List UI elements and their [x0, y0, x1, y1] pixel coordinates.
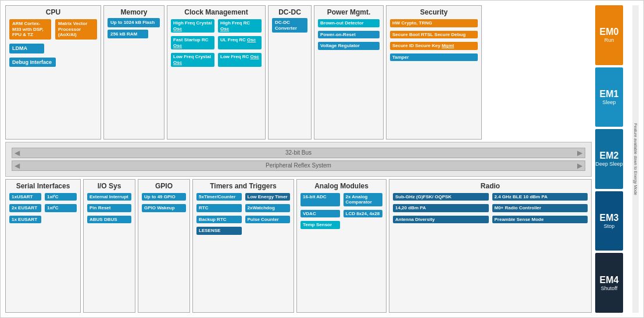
io-chip-1: Pin Reset	[87, 204, 131, 212]
timer-chip-0: 5xTimer/Counter	[196, 193, 242, 201]
gpio-title: GPIO	[141, 182, 187, 190]
analog-chip-1: 2x Analog Comparator	[344, 193, 383, 206]
energy-modes: EM0 Run EM1 Sleep EM2 Deep Sleep EM3 Sto…	[595, 5, 631, 313]
em0-label: Run	[604, 37, 614, 43]
timer-chip-5: Pulse Counter	[245, 216, 291, 224]
dcdc-title: DC-DC	[271, 8, 309, 16]
security-title: Security	[389, 8, 479, 16]
em1-id: EM1	[600, 89, 619, 99]
analog-chip-0: 16-bit ADC	[300, 193, 340, 206]
em1-label: Sleep	[602, 99, 616, 105]
radio-chip-3: M0+ Radio Controller	[492, 204, 588, 212]
bus-area: 32-bit Bus Peripheral Reflex System	[5, 142, 592, 177]
analog-block: Analog Modules 16-bit ADC 2x Analog Comp…	[296, 179, 387, 313]
cpu-block: CPU ARM Cortex-M33 with DSP, FPU & TZ Ma…	[5, 5, 101, 140]
memory-title: Memory	[106, 8, 162, 16]
em3-block: EM3 Stop	[595, 191, 623, 251]
io-chip-0: External Interrupt	[87, 193, 131, 201]
power-block: Power Mgmt. Brown-out Detector Power-on-…	[314, 5, 384, 140]
clock-chip-2: Fast Startup RC Osc	[171, 36, 214, 49]
main-container: CPU ARM Cortex-M33 with DSP, FPU & TZ Ma…	[0, 0, 644, 318]
em0-block: EM0 Run	[595, 5, 623, 65]
matrix-chip: Matrix Vector Processor (AoX/AI)	[55, 19, 97, 40]
gpio-block: GPIO Up to 49 GPIO GPIO Wakeup	[138, 179, 190, 313]
clock-chip-1: High Freq RC Osc	[218, 19, 262, 33]
em3-label: Stop	[604, 223, 615, 229]
timer-title: Timers and Triggers	[195, 182, 291, 190]
debug-chip: Debug Interface	[9, 58, 56, 67]
serial-chip-1: 1xI²C	[45, 193, 77, 201]
em4-id: EM4	[600, 275, 619, 285]
serial-chip-4: 1x EUSART	[9, 216, 41, 224]
clock-block: Clock Management High Freq Crystal Osc H…	[167, 5, 266, 140]
em1-block: EM1 Sleep	[595, 67, 623, 127]
io-block: I/O Sys External Interrupt Pin Reset ABU…	[83, 179, 135, 313]
timer-chip-1: Low Energy Timer	[245, 193, 291, 201]
em2-label: Deep Sleep	[595, 161, 622, 167]
flash-chip: Up to 1024 kB Flash	[108, 18, 160, 27]
radio-chip-0: Sub-GHz (G)FSK/ OQPSK	[393, 193, 489, 201]
clock-chip-4: Low Freq Crystal Osc	[171, 53, 214, 66]
security-chip-3: Tamper	[390, 53, 478, 62]
cpu-title: CPU	[8, 8, 98, 16]
bus-reflex: Peripheral Reflex System	[12, 160, 585, 171]
diagram-area: CPU ARM Cortex-M33 with DSP, FPU & TZ Ma…	[5, 5, 592, 313]
power-chip-0: Brown-out Detector	[318, 19, 380, 27]
analog-chip-3: LCD 8x24, 4x28	[344, 210, 383, 218]
radio-chip-4: Antenna Diversity	[393, 216, 489, 224]
clock-chip-5: Low Freq RC Osc	[218, 53, 262, 66]
bus-32bit: 32-bit Bus	[12, 148, 585, 158]
arm-chip: ARM Cortex-M33 with DSP, FPU & TZ	[9, 19, 51, 40]
em4-label: Shutoff	[601, 285, 617, 291]
timer-chip-3: 2xWatchdog	[245, 204, 291, 212]
security-chip-0: HW Crypto, TRNG	[390, 19, 478, 27]
radio-chip-2: 14,20 dBm PA	[393, 204, 489, 212]
gpio-chip-1: GPIO Wakeup	[142, 204, 186, 212]
bottom-row: Serial Interfaces 1xUSART 1xI²C 2x EUSAR…	[5, 179, 592, 313]
power-chip-1: Power-on-Reset	[318, 31, 380, 39]
analog-title: Analog Modules	[299, 182, 384, 190]
em0-id: EM0	[600, 27, 619, 37]
ldma-chip: LDMA	[9, 44, 44, 53]
security-block: Security HW Crypto, TRNG Secure Boot RTS…	[386, 5, 482, 140]
security-chip-1: Secure Boot RTSL Secure Debug	[390, 31, 478, 39]
security-chip-2: Secure ID Secure Key Mgmt	[390, 42, 478, 50]
gpio-chip-0: Up to 49 GPIO	[142, 193, 186, 201]
top-row: CPU ARM Cortex-M33 with DSP, FPU & TZ Ma…	[5, 5, 592, 140]
memory-block: Memory Up to 1024 kB Flash 256 kB RAM	[103, 5, 164, 140]
dcdc-chip: DC-DC Converter	[272, 18, 307, 33]
em4-block: EM4 Shutoff	[595, 253, 623, 313]
io-title: I/O Sys	[86, 182, 133, 190]
em2-block: EM2 Deep Sleep	[595, 129, 623, 189]
timer-block: Timers and Triggers 5xTimer/Counter Low …	[192, 179, 294, 313]
analog-chip-4: Temp Sensor	[300, 221, 340, 229]
feature-label: Feature available down to Energy Mode	[632, 5, 639, 313]
clock-chip-3: UL Freq RC Osc	[218, 36, 262, 49]
clock-chip-0: High Freq Crystal Osc	[171, 19, 214, 33]
timer-chip-2: RTC	[196, 204, 242, 212]
ram-chip: 256 kB RAM	[108, 30, 148, 39]
timer-chip-6: LESENSE	[196, 227, 242, 235]
serial-chip-0: 1xUSART	[9, 193, 41, 201]
analog-chip-2: VDAC	[300, 210, 340, 218]
serial-block: Serial Interfaces 1xUSART 1xI²C 2x EUSAR…	[5, 179, 81, 313]
clock-grid: High Freq Crystal Osc High Freq RC Osc F…	[170, 18, 263, 68]
em2-id: EM2	[600, 151, 619, 161]
timer-chip-4: Backup RTC	[196, 216, 242, 224]
power-chip-2: Voltage Regulator	[318, 42, 380, 50]
serial-title: Serial Interfaces	[8, 182, 78, 190]
dcdc-block: DC-DC DC-DC Converter	[268, 5, 312, 140]
radio-block: Radio Sub-GHz (G)FSK/ OQPSK 2.4 GHz BLE …	[389, 179, 592, 313]
io-chip-2: ABUS DBUS	[87, 216, 131, 224]
em3-id: EM3	[600, 213, 619, 223]
radio-chip-5: Preamble Sense Mode	[492, 216, 588, 224]
radio-chip-1: 2.4 GHz BLE 10 dBm PA	[492, 193, 588, 201]
power-title: Power Mgmt.	[317, 8, 381, 16]
radio-title: Radio	[392, 182, 589, 190]
serial-chip-3: 1xI²C	[45, 204, 77, 212]
energy-sidebar: EM0 Run EM1 Sleep EM2 Deep Sleep EM3 Sto…	[595, 5, 639, 313]
serial-chip-2: 2x EUSART	[9, 204, 41, 212]
clock-title: Clock Management	[170, 8, 263, 16]
